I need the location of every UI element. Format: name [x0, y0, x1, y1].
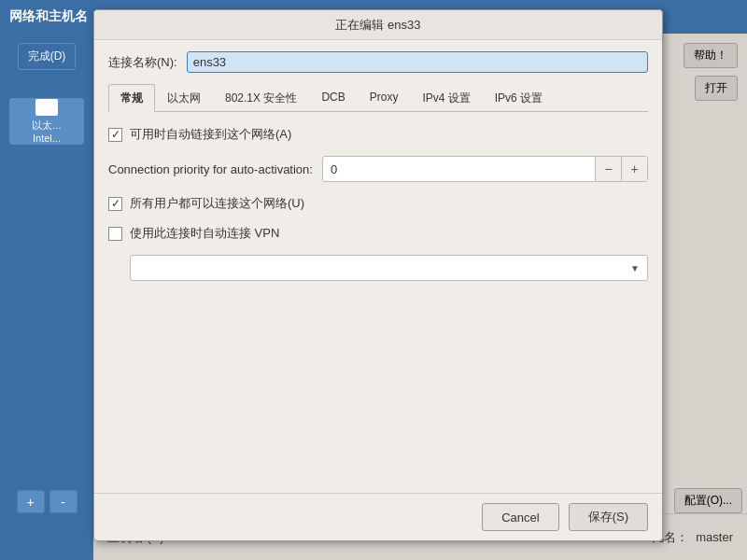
all-users-checkbox[interactable]	[108, 197, 122, 211]
tab-general[interactable]: 常规	[108, 84, 155, 112]
vpn-auto-label: 使用此连接时自动连接 VPN	[130, 225, 279, 242]
dialog-titlebar: 正在编辑 ens33	[94, 10, 662, 40]
remove-network-button[interactable]: -	[49, 490, 78, 513]
priority-value: 0	[323, 162, 595, 176]
tab-ethernet[interactable]: 以太网	[155, 84, 213, 112]
network-sub-label: Intel...	[33, 133, 61, 144]
tab-content-general: 可用时自动链接到这个网络(A) Connection priority for …	[108, 126, 648, 482]
dialog-footer: Cancel 保存(S)	[94, 493, 662, 540]
network-icon	[35, 99, 58, 116]
open-button[interactable]: 打开	[695, 76, 738, 101]
dialog-body: 连接名称(N): 常规 以太网 802.1X 安全性 DCB Proxy IPv…	[94, 40, 662, 493]
auto-connect-row: 可用时自动链接到这个网络(A)	[108, 126, 648, 143]
vpn-dropdown-arrow-icon: ▼	[630, 263, 640, 273]
priority-control: 0 − +	[322, 156, 648, 182]
network-item-label: 以太...	[32, 119, 61, 133]
priority-label: Connection priority for auto-activation:	[108, 162, 313, 176]
help-button[interactable]: 帮助！	[684, 43, 738, 68]
tab-dcb[interactable]: DCB	[309, 84, 357, 112]
vpn-auto-row: 使用此连接时自动连接 VPN	[108, 225, 648, 242]
tab-security[interactable]: 802.1X 安全性	[213, 84, 309, 112]
dialog-title: 正在编辑 ens33	[335, 17, 420, 34]
tab-ipv4[interactable]: IPv4 设置	[410, 84, 482, 112]
bg-right-content: 帮助！ 打开	[663, 34, 747, 560]
tabs-bar: 常规 以太网 802.1X 安全性 DCB Proxy IPv4 设置 IPv6…	[108, 84, 648, 112]
vpn-auto-checkbox[interactable]	[108, 227, 122, 241]
add-network-button[interactable]: +	[17, 490, 45, 513]
tab-ipv6[interactable]: IPv6 设置	[483, 84, 555, 112]
network-item[interactable]: 以太... Intel...	[9, 98, 84, 145]
tab-proxy[interactable]: Proxy	[358, 84, 411, 112]
cancel-button[interactable]: Cancel	[482, 503, 558, 531]
edit-connection-dialog: 正在编辑 ens33 连接名称(N): 常规 以太网 802.1X 安全性 DC…	[93, 9, 663, 541]
complete-button[interactable]: 完成(D)	[18, 43, 77, 70]
priority-row: Connection priority for auto-activation:…	[108, 156, 648, 182]
all-users-row: 所有用户都可以连接这个网络(U)	[108, 195, 648, 212]
priority-increase-button[interactable]: +	[621, 157, 647, 181]
save-button[interactable]: 保存(S)	[569, 503, 648, 531]
side-bottom-buttons: + -	[0, 490, 93, 513]
connection-name-input[interactable]	[187, 51, 648, 73]
connection-name-row: 连接名称(N):	[108, 51, 648, 73]
connection-name-label: 连接名称(N):	[108, 54, 177, 71]
priority-decrease-button[interactable]: −	[595, 157, 621, 181]
vpn-dropdown[interactable]: ▼	[130, 255, 648, 281]
all-users-label: 所有用户都可以连接这个网络(U)	[130, 195, 304, 212]
auto-connect-label: 可用时自动链接到这个网络(A)	[130, 126, 291, 143]
bg-left-panel: 完成(D) 以太... Intel...	[0, 34, 93, 560]
auto-connect-checkbox[interactable]	[108, 128, 122, 142]
